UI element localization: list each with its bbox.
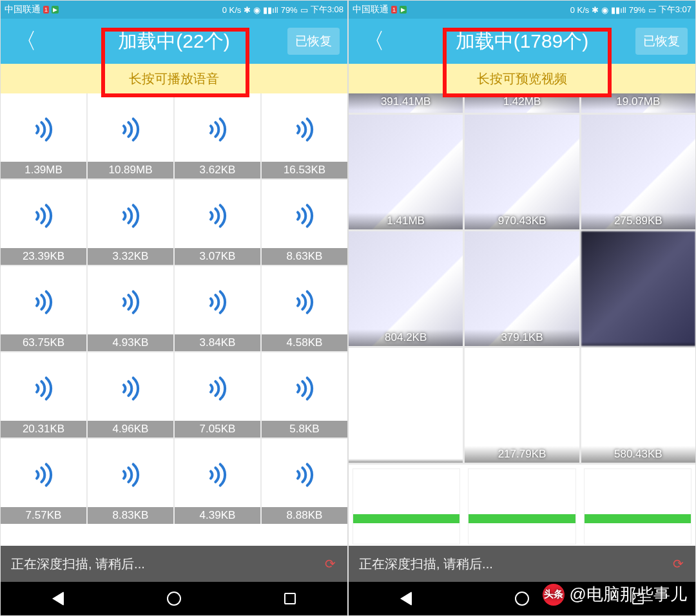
sound-wave-icon	[30, 115, 58, 149]
video-thumb	[468, 468, 575, 544]
sound-wave-icon	[117, 374, 145, 409]
clock: 下午3:07	[659, 4, 691, 15]
audio-size-label: 10.89MB	[88, 162, 173, 178]
video-item[interactable]: 19.07MB	[581, 93, 695, 113]
video-grid-area: 391.41MB 1.42MB 19.07MB 1.41MB 970.43KB …	[349, 93, 695, 546]
video-item[interactable]	[349, 465, 695, 546]
restored-button[interactable]: 已恢复	[287, 28, 340, 55]
audio-item[interactable]: 4.93KB	[88, 266, 173, 351]
audio-size-label: 4.93KB	[88, 334, 173, 351]
video-item[interactable]: 379.1KB	[465, 231, 579, 346]
video-item[interactable]: 275.89KB	[581, 115, 695, 229]
video-item[interactable]	[581, 231, 695, 346]
audio-item[interactable]: 7.57KB	[1, 439, 86, 524]
status-bar: 中国联通 1 ▶ 0 K/s ✱ ◉ ▮▮ıll 79% ▭ 下午3:08	[1, 1, 347, 19]
video-size-label: 217.79KB	[465, 446, 579, 463]
audio-item[interactable]: 3.07KB	[175, 180, 260, 265]
audio-item[interactable]: 23.39KB	[1, 180, 86, 265]
audio-item[interactable]: 3.62KB	[175, 93, 260, 178]
audio-item[interactable]: 4.58KB	[262, 266, 347, 351]
video-item[interactable]: 391.41MB	[349, 93, 463, 113]
video-item[interactable]: 217.79KB	[465, 348, 579, 463]
nav-home-icon[interactable]	[167, 592, 181, 606]
audio-size-label: 63.75KB	[1, 334, 86, 351]
audio-item[interactable]: 3.84KB	[175, 266, 260, 351]
sound-wave-icon	[291, 461, 319, 495]
audio-size-label: 3.84KB	[175, 334, 260, 351]
audio-size-label: 7.57KB	[1, 507, 86, 524]
audio-item[interactable]: 7.05KB	[175, 352, 260, 438]
restored-button[interactable]: 已恢复	[635, 28, 688, 55]
page-title: 加载中(1789个)	[456, 28, 589, 55]
audio-size-label: 8.83KB	[88, 507, 173, 524]
title-bar: 〈 加载中(22个) 已恢复	[1, 19, 347, 64]
nav-back-icon[interactable]	[400, 592, 412, 606]
sound-wave-icon	[30, 461, 58, 495]
scan-text: 正在深度扫描, 请稍后...	[359, 555, 493, 573]
audio-item[interactable]: 16.53KB	[262, 93, 347, 178]
watermark: 头条 @电脑那些事儿	[543, 583, 687, 606]
audio-size-label: 3.32KB	[88, 248, 173, 265]
hint-bar: 长按可播放语音	[1, 64, 347, 93]
net-speed: 0 K/s	[570, 5, 590, 15]
sound-wave-icon	[204, 374, 232, 409]
hint-text: 长按可播放语音	[129, 70, 219, 88]
watermark-text: @电脑那些事儿	[570, 583, 687, 606]
spinner-icon: ⟳	[673, 556, 684, 572]
bluetooth-icon: ✱	[244, 5, 251, 15]
signal-icon: ▮▮ıll	[263, 5, 278, 15]
battery-icon: ▭	[300, 5, 308, 15]
video-item[interactable]: 1.42MB	[465, 93, 579, 113]
sim-badge-1: 1	[391, 6, 397, 14]
audio-item[interactable]: 4.39KB	[175, 439, 260, 524]
video-item[interactable]	[349, 348, 463, 463]
video-size-label: 580.43KB	[581, 446, 695, 463]
video-size-label: 1.42MB	[465, 93, 579, 110]
audio-grid-area: 1.39MB10.89MB3.62KB16.53KB23.39KB3.32KB3…	[1, 93, 347, 546]
audio-size-label: 1.39MB	[1, 162, 86, 178]
audio-item[interactable]: 1.39MB	[1, 93, 86, 178]
audio-item[interactable]: 8.83KB	[88, 439, 173, 524]
status-bar: 中国联通 1 ▶ 0 K/s ✱ ◉ ▮▮ıll 79% ▭ 下午3:07	[349, 1, 695, 19]
net-speed: 0 K/s	[222, 5, 242, 15]
sound-wave-icon	[117, 461, 145, 495]
hint-bar: 长按可预览视频	[349, 64, 695, 93]
sound-wave-icon	[291, 374, 319, 409]
back-button[interactable]: 〈	[356, 23, 391, 60]
title-bar: 〈 加载中(1789个) 已恢复	[349, 19, 695, 64]
video-item[interactable]: 804.2KB	[349, 231, 463, 346]
audio-item[interactable]: 8.63KB	[262, 180, 347, 265]
battery-pct: 79%	[629, 5, 646, 15]
audio-item[interactable]: 8.88KB	[262, 439, 347, 524]
sound-wave-icon	[204, 461, 232, 495]
audio-item[interactable]: 4.96KB	[88, 352, 173, 438]
audio-size-label: 4.58KB	[262, 334, 347, 351]
sound-wave-icon	[117, 202, 145, 236]
nav-home-icon[interactable]	[515, 592, 529, 606]
wifi-icon: ◉	[601, 5, 608, 15]
video-size-label: 391.41MB	[349, 93, 463, 110]
video-item[interactable]: 580.43KB	[581, 348, 695, 463]
audio-item[interactable]: 20.31KB	[1, 352, 86, 438]
audio-item[interactable]: 5.8KB	[262, 352, 347, 438]
sound-wave-icon	[204, 115, 232, 149]
video-item[interactable]: 970.43KB	[465, 115, 579, 229]
audio-size-label: 3.07KB	[175, 248, 260, 265]
back-button[interactable]: 〈	[8, 23, 43, 60]
audio-item[interactable]: 10.89MB	[88, 93, 173, 178]
audio-item[interactable]: 3.32KB	[88, 180, 173, 265]
sound-wave-icon	[30, 202, 58, 236]
nav-back-icon[interactable]	[52, 592, 64, 606]
video-size-label	[581, 342, 695, 346]
sound-wave-icon	[291, 115, 319, 149]
video-item[interactable]: 1.41MB	[349, 115, 463, 229]
carrier-label: 中国联通	[353, 4, 389, 15]
page-title: 加载中(22个)	[118, 28, 229, 55]
sim-badge-1: 1	[43, 6, 49, 14]
audio-item[interactable]: 63.75KB	[1, 266, 86, 351]
watermark-logo: 头条	[543, 584, 565, 606]
sound-wave-icon	[30, 288, 58, 322]
sim-badge-2: ▶	[400, 6, 407, 14]
nav-recent-icon[interactable]	[284, 593, 296, 604]
audio-size-label: 20.31KB	[1, 421, 86, 438]
